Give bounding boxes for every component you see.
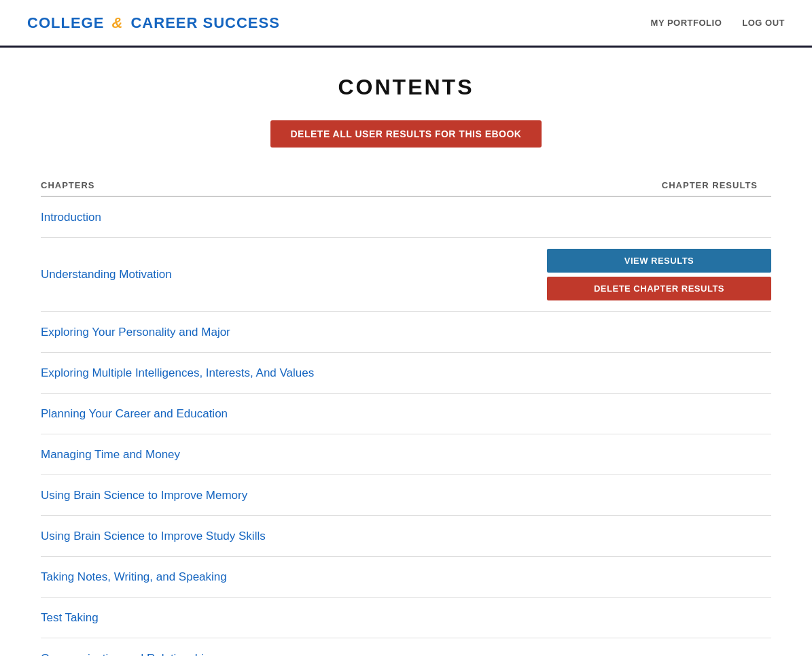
logout-link[interactable]: LOG OUT: [742, 18, 785, 28]
chapter-actions: VIEW RESULTSDELETE CHAPTER RESULTS: [547, 249, 771, 300]
logo-text: COLLEGE & CAREER SUCCESS: [27, 14, 280, 32]
chapter-row: Planning Your Career and Education: [41, 394, 771, 434]
portfolio-link[interactable]: MY PORTFOLIO: [651, 18, 722, 28]
chapter-row: Managing Time and Money: [41, 434, 771, 475]
chapters-list: IntroductionUnderstanding MotivationVIEW…: [41, 197, 771, 656]
delete-chapter-results-button[interactable]: DELETE CHAPTER RESULTS: [547, 277, 771, 300]
chapter-row: Understanding MotivationVIEW RESULTSDELE…: [41, 238, 771, 312]
chapter-row: Test Taking: [41, 598, 771, 638]
chapter-row: Using Brain Science to Improve Study Ski…: [41, 516, 771, 557]
view-results-button[interactable]: VIEW RESULTS: [547, 249, 771, 273]
chapter-link[interactable]: Exploring Your Personality and Major: [41, 326, 230, 339]
chapter-link[interactable]: Exploring Multiple Intelligences, Intere…: [41, 366, 314, 380]
chapter-row: Taking Notes, Writing, and Speaking: [41, 557, 771, 598]
chapter-link[interactable]: Managing Time and Money: [41, 448, 180, 462]
chapter-link[interactable]: Understanding Motivation: [41, 268, 172, 281]
chapter-row: Exploring Multiple Intelligences, Intere…: [41, 353, 771, 394]
main-content: CONTENTS DELETE ALL USER RESULTS FOR THI…: [0, 48, 812, 656]
chapter-link[interactable]: Test Taking: [41, 611, 99, 625]
chapter-link[interactable]: Using Brain Science to Improve Memory: [41, 489, 247, 502]
chapter-link[interactable]: Planning Your Career and Education: [41, 407, 228, 421]
logo-part2: CAREER SUCCESS: [130, 14, 279, 31]
top-nav: MY PORTFOLIO LOG OUT: [651, 18, 785, 28]
col-results-header: CHAPTER RESULTS: [662, 180, 758, 190]
logo-ampersand: &: [111, 14, 123, 31]
page-title: CONTENTS: [41, 75, 771, 100]
chapter-row: Introduction: [41, 197, 771, 238]
chapter-link[interactable]: Communication and Relationships: [41, 652, 216, 657]
chapter-link[interactable]: Using Brain Science to Improve Study Ski…: [41, 530, 266, 543]
delete-all-button[interactable]: DELETE ALL USER RESULTS FOR THIS EBOOK: [270, 120, 542, 148]
chapter-row: Communication and Relationships: [41, 638, 771, 656]
logo-part1: COLLEGE: [27, 14, 104, 31]
table-header: CHAPTERS CHAPTER RESULTS: [41, 175, 771, 197]
chapter-link[interactable]: Taking Notes, Writing, and Speaking: [41, 570, 227, 584]
logo: COLLEGE & CAREER SUCCESS: [27, 14, 280, 32]
col-chapters-header: CHAPTERS: [41, 180, 95, 190]
chapter-row: Using Brain Science to Improve Memory: [41, 475, 771, 516]
site-header: COLLEGE & CAREER SUCCESS MY PORTFOLIO LO…: [0, 0, 812, 48]
chapter-link[interactable]: Introduction: [41, 211, 101, 224]
chapter-row: Exploring Your Personality and Major: [41, 312, 771, 353]
